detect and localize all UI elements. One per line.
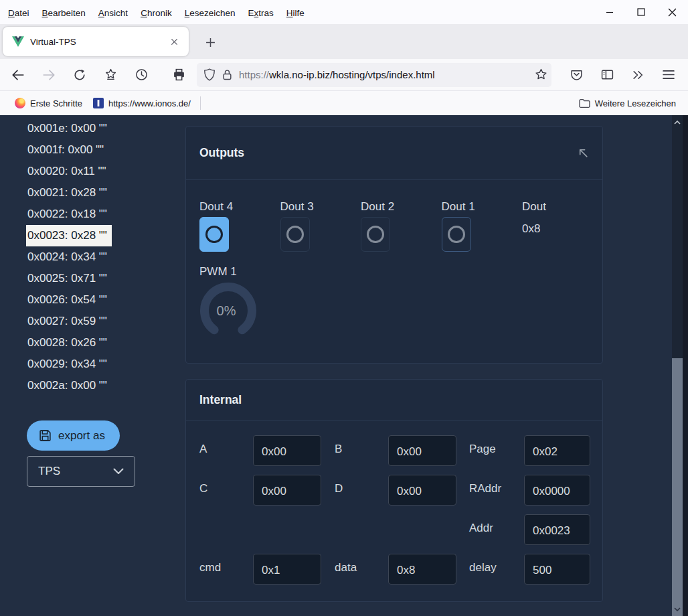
tab-title: Virtual-TPS xyxy=(30,37,166,47)
circle-icon xyxy=(205,226,223,243)
dout-label: Dout 4 xyxy=(199,200,280,214)
bookmark-ionos[interactable]: https://www.ionos.de/ xyxy=(88,95,196,111)
reload-icon xyxy=(74,69,86,81)
field-input-c[interactable] xyxy=(253,475,321,506)
print-button[interactable] xyxy=(167,64,190,86)
history-button[interactable] xyxy=(130,64,153,86)
bookmarks-separator xyxy=(200,96,201,110)
close-button[interactable] xyxy=(657,0,688,24)
url-bar[interactable]: https://wkla.no-ip.biz/hosting/vtps/inde… xyxy=(197,63,551,87)
memory-row[interactable]: 0x002a: 0x00 "" xyxy=(26,375,112,396)
title-bar: DateiBearbeitenAnsichtChronikLesezeichen… xyxy=(0,0,688,24)
dout-toggle-2[interactable] xyxy=(361,217,390,252)
bookmark-erste-schritte[interactable]: Erste Schritte xyxy=(9,95,88,111)
menu-datei[interactable]: Datei xyxy=(6,6,31,20)
bookmarks-bar: Erste Schritte https://www.ionos.de/ Wei… xyxy=(0,91,688,115)
field-input-addr[interactable] xyxy=(524,514,590,545)
circle-icon xyxy=(367,226,384,243)
lock-icon xyxy=(222,69,232,80)
dout-toggle-1[interactable] xyxy=(442,217,471,252)
pwm-gauge[interactable]: 0% xyxy=(199,282,257,339)
memory-row[interactable]: 0x0026: 0x54 "" xyxy=(26,289,112,311)
circle-icon xyxy=(286,226,304,243)
app-menu-button[interactable] xyxy=(657,64,680,86)
dout-row: Dout 4Dout 3Dout 2Dout 1 xyxy=(199,200,522,252)
field-input-delay[interactable] xyxy=(524,554,590,585)
memory-row[interactable]: 0x0024: 0x34 "" xyxy=(26,246,112,268)
field-label-c: C xyxy=(199,475,253,506)
dout-label: Dout 3 xyxy=(280,200,361,214)
toolbar-overflow-button[interactable] xyxy=(626,64,649,86)
new-tab-button[interactable] xyxy=(198,30,222,54)
scrollbar-up-button[interactable] xyxy=(672,115,683,130)
circle-icon xyxy=(448,226,465,243)
bookmarks-menu-button[interactable] xyxy=(99,64,122,86)
sidebar-toggle-button[interactable] xyxy=(596,64,618,86)
dout-static-group: Dout 0x8 xyxy=(522,200,603,252)
forward-button[interactable] xyxy=(37,64,60,86)
back-button[interactable] xyxy=(7,64,29,86)
more-bookmarks-button[interactable]: Weitere Lesezeichen xyxy=(576,96,679,111)
field-input-b[interactable] xyxy=(388,435,456,466)
close-icon xyxy=(668,8,677,17)
field-input-page[interactable] xyxy=(524,435,590,466)
window-controls xyxy=(594,0,688,24)
field-input-a[interactable] xyxy=(253,435,321,466)
memory-row[interactable]: 0x0028: 0x26 "" xyxy=(26,332,112,354)
field-input-d[interactable] xyxy=(388,475,456,506)
field-label-raddr: RAddr xyxy=(456,475,524,506)
field-input-data[interactable] xyxy=(388,554,456,585)
menu-bearbeiten[interactable]: Bearbeiten xyxy=(40,6,88,20)
memory-row[interactable]: 0x0029: 0x34 "" xyxy=(26,354,112,375)
bookmark-star-icon[interactable] xyxy=(535,68,547,81)
menu-extras[interactable]: Extras xyxy=(246,6,276,20)
menu-ansicht[interactable]: Ansicht xyxy=(96,6,130,20)
minimize-button[interactable] xyxy=(594,0,625,24)
memory-row[interactable]: 0x0021: 0x28 "" xyxy=(26,182,112,204)
memory-row[interactable]: 0x0020: 0x11 "" xyxy=(26,161,111,182)
field-input-raddr[interactable] xyxy=(524,475,590,506)
dout-toggle-4[interactable] xyxy=(199,217,229,252)
tab-virtual-tps[interactable]: Virtual-TPS xyxy=(3,27,189,56)
dout-group-label: Dout xyxy=(522,200,603,214)
field-label-delay: delay xyxy=(456,554,524,585)
printer-icon xyxy=(173,68,185,81)
field-label-cmd: cmd xyxy=(199,554,253,585)
field-input-cmd[interactable] xyxy=(253,554,321,585)
url-text: https://wkla.no-ip.biz/hosting/vtps/inde… xyxy=(239,69,535,80)
tab-close-button[interactable] xyxy=(166,33,182,50)
menu-lesezeichen[interactable]: Lesezeichen xyxy=(183,6,238,20)
export-button[interactable]: export as xyxy=(27,420,120,451)
scrollbar-down-button[interactable] xyxy=(672,602,683,616)
memory-row[interactable]: 0x0022: 0x18 "" xyxy=(26,204,112,225)
maximize-button[interactable] xyxy=(625,0,657,24)
dout-toggle-3[interactable] xyxy=(280,217,310,252)
internal-header: Internal xyxy=(186,380,602,420)
format-select[interactable]: TPS xyxy=(27,456,135,487)
dout-group-value: 0x8 xyxy=(522,222,603,236)
memory-row[interactable]: 0x0023: 0x28 "" xyxy=(26,225,112,246)
format-select-value: TPS xyxy=(38,465,60,478)
pwm-label: PWM 1 xyxy=(199,265,589,279)
memory-sidebar: 0x001e: 0x00 ""0x001f: 0x00 ""0x0020: 0x… xyxy=(0,115,185,616)
forward-icon xyxy=(42,69,56,81)
memory-row[interactable]: 0x0025: 0x71 "" xyxy=(26,268,112,289)
memory-row[interactable]: 0x0027: 0x59 "" xyxy=(26,311,112,332)
collapse-arrow-icon[interactable] xyxy=(578,147,589,159)
menu-bar: DateiBearbeitenAnsichtChronikLesezeichen… xyxy=(0,5,307,20)
scrollbar-thumb[interactable] xyxy=(672,358,683,602)
browser-window: DateiBearbeitenAnsichtChronikLesezeichen… xyxy=(0,0,688,616)
memory-row[interactable]: 0x001e: 0x00 "" xyxy=(26,118,112,139)
memory-row[interactable]: 0x001f: 0x00 "" xyxy=(26,139,108,161)
save-floppy-icon xyxy=(39,429,52,442)
field-label-data: data xyxy=(321,554,388,585)
dout-column: Dout 2 xyxy=(361,200,442,252)
outputs-header: Outputs xyxy=(186,127,602,180)
more-bookmarks-label: Weitere Lesezeichen xyxy=(595,98,676,108)
pocket-button[interactable] xyxy=(565,64,588,86)
menu-chronik[interactable]: Chronik xyxy=(139,6,174,20)
menu-hilfe[interactable]: Hilfe xyxy=(284,6,307,20)
dout-column: Dout 3 xyxy=(280,200,361,252)
page-scrollbar[interactable] xyxy=(672,115,683,616)
reload-button[interactable] xyxy=(68,64,91,86)
